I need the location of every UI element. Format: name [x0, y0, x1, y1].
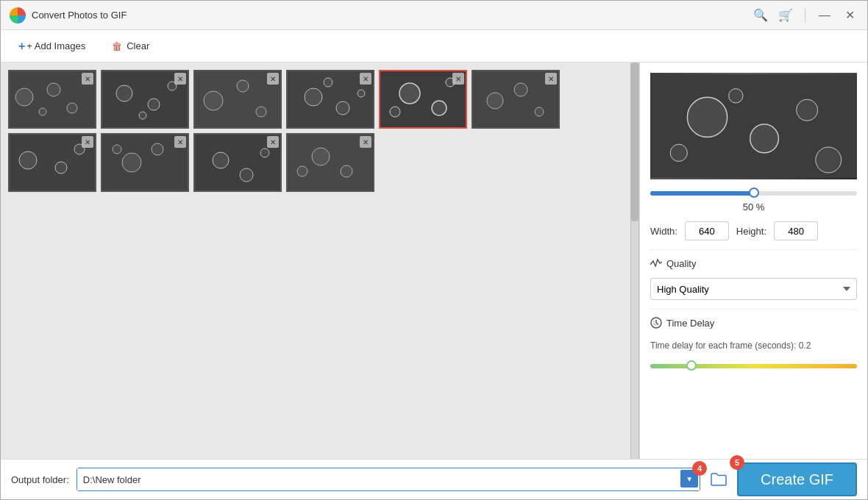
cart-icon[interactable]: 🛒: [777, 7, 794, 24]
minimize-button[interactable]: —: [816, 7, 833, 24]
add-images-label: + Add Images: [26, 40, 85, 51]
image-thumb-9[interactable]: ✕: [193, 133, 282, 192]
main-content: ✕ ✕ ✕ ✕ ✕: [1, 63, 867, 459]
thumb-close-4[interactable]: ✕: [360, 73, 371, 85]
svg-point-34: [152, 143, 163, 155]
svg-point-35: [113, 145, 121, 154]
time-delay-label: Time Delay: [666, 318, 714, 329]
svg-point-20: [399, 83, 420, 104]
output-folder-label: Output folder:: [11, 474, 69, 485]
separator: [805, 8, 805, 23]
height-label: Height:: [736, 226, 766, 237]
svg-point-46: [750, 124, 779, 153]
svg-point-30: [55, 162, 67, 174]
image-thumb-1[interactable]: ✕: [8, 70, 96, 129]
zoom-slider-track[interactable]: [650, 191, 857, 196]
svg-point-38: [240, 168, 253, 182]
svg-point-13: [256, 107, 266, 117]
main-window: Convert Photos to GIF 🔍 🛒 — ✕ + + Add Im…: [0, 0, 868, 500]
window-controls: 🔍 🛒 — ✕: [752, 7, 858, 24]
step5-badge: 5: [730, 455, 744, 470]
svg-point-29: [19, 151, 37, 169]
svg-point-6: [116, 85, 132, 101]
scrollbar[interactable]: [630, 63, 639, 459]
thumb-close-5[interactable]: ✕: [452, 73, 464, 85]
browse-folder-button[interactable]: [708, 468, 730, 490]
svg-point-9: [139, 112, 146, 119]
zoom-slider-fill: [650, 191, 754, 196]
waveform-icon: [650, 257, 662, 269]
thumb-close-9[interactable]: ✕: [267, 136, 279, 148]
time-delay-value-num: 0.2: [799, 340, 811, 351]
thumb-close-2[interactable]: ✕: [174, 73, 186, 85]
svg-point-15: [305, 88, 322, 106]
svg-point-48: [670, 144, 687, 161]
time-delay-icon: [650, 317, 662, 329]
image-thumb-10[interactable]: ✕: [286, 133, 374, 192]
svg-point-50: [729, 89, 743, 103]
trash-icon: 🗑: [112, 40, 122, 52]
image-thumb-3[interactable]: ✕: [193, 70, 282, 129]
bottom-bar: Output folder: ▼ 4 5 Create GIF: [1, 459, 867, 499]
quality-select[interactable]: High Quality Medium Quality Low Quality: [650, 278, 857, 300]
output-folder-input[interactable]: [77, 468, 700, 490]
svg-point-41: [312, 148, 330, 165]
add-images-button[interactable]: + + Add Images: [13, 37, 91, 56]
image-thumb-6[interactable]: ✕: [472, 70, 560, 129]
image-grid: ✕ ✕ ✕ ✕ ✕: [8, 70, 623, 192]
svg-point-16: [336, 101, 349, 115]
svg-point-2: [47, 83, 60, 96]
plus-icon: +: [18, 40, 25, 53]
thumb-close-7[interactable]: ✕: [82, 136, 93, 148]
thumb-close-8[interactable]: ✕: [174, 136, 186, 148]
thumb-close-3[interactable]: ✕: [267, 73, 279, 85]
image-grid-area[interactable]: ✕ ✕ ✕ ✕ ✕: [1, 63, 630, 459]
folder-icon: [711, 473, 727, 486]
time-delay-slider-track[interactable]: [650, 364, 857, 368]
width-label: Width:: [650, 226, 677, 237]
svg-point-39: [260, 149, 269, 157]
width-input[interactable]: [685, 221, 729, 240]
clear-button[interactable]: 🗑 Clear: [106, 38, 155, 55]
svg-point-26: [514, 83, 527, 96]
image-thumb-4[interactable]: ✕: [286, 70, 374, 129]
svg-point-17: [324, 78, 332, 87]
svg-point-3: [67, 103, 77, 113]
image-thumb-2[interactable]: ✕: [101, 70, 189, 129]
svg-point-27: [535, 107, 544, 116]
step4-badge: 4: [692, 461, 707, 476]
thumb-close-1[interactable]: ✕: [82, 73, 93, 85]
quality-label: Quality: [666, 258, 696, 269]
svg-point-18: [357, 90, 365, 97]
zoom-slider-thumb[interactable]: [749, 188, 759, 198]
right-panel: 50 % Width: Height: Quality: [639, 63, 867, 459]
svg-point-21: [432, 101, 447, 115]
title-bar: Convert Photos to GIF 🔍 🛒 — ✕: [1, 1, 867, 30]
scroll-thumb[interactable]: [631, 63, 638, 221]
search-icon[interactable]: 🔍: [752, 7, 769, 24]
time-delay-slider-thumb[interactable]: [686, 360, 697, 371]
quality-icon: [650, 257, 662, 269]
close-button[interactable]: ✕: [841, 7, 858, 24]
svg-point-37: [213, 152, 229, 168]
create-gif-button[interactable]: Create GIF: [737, 463, 857, 496]
thumb-close-6[interactable]: ✕: [545, 73, 557, 85]
thumb-close-10[interactable]: ✕: [360, 136, 371, 148]
image-thumb-7[interactable]: ✕: [8, 133, 96, 192]
toolbar: + + Add Images 🗑 Clear: [1, 30, 867, 63]
zoom-label: 50 %: [650, 201, 857, 213]
quality-section-header: Quality: [650, 249, 857, 269]
svg-point-45: [687, 97, 727, 137]
clock-icon: [650, 317, 662, 329]
image-thumb-8[interactable]: ✕: [101, 133, 189, 192]
create-gif-wrapper: 5 Create GIF: [737, 463, 857, 496]
time-delay-desc: Time delay for each frame (seconds): 0.2: [650, 340, 857, 351]
svg-point-1: [15, 88, 33, 106]
image-thumb-5[interactable]: ✕: [379, 70, 467, 129]
svg-point-49: [816, 147, 842, 173]
svg-point-33: [122, 153, 141, 172]
svg-point-22: [390, 107, 400, 117]
clear-label: Clear: [127, 40, 149, 51]
height-input[interactable]: [774, 221, 818, 240]
output-folder-wrapper: ▼ 4: [77, 468, 700, 491]
